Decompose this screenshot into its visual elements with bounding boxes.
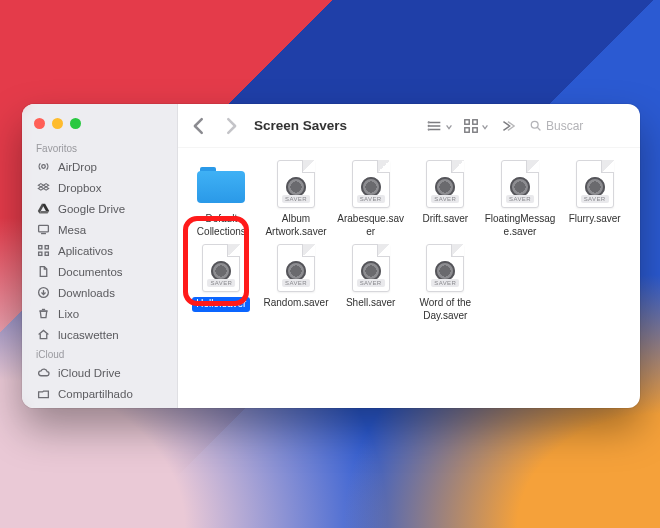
- sidebar-item-label: iCloud Drive: [58, 367, 121, 379]
- folder-icon: [197, 158, 245, 210]
- file-type-tag: SAVER: [431, 195, 459, 203]
- sidebar-item-label: Aplicativos: [58, 245, 113, 257]
- svg-rect-25: [465, 127, 469, 131]
- file-item[interactable]: SAVERFloatingMessage.saver: [483, 158, 557, 238]
- file-type-tag: SAVER: [581, 195, 609, 203]
- search-icon: [529, 119, 542, 132]
- file-type-tag: SAVER: [357, 279, 385, 287]
- file-name-label: Arabesque.saver: [335, 213, 407, 238]
- toolbar-overflow-button[interactable]: [497, 116, 517, 136]
- file-name-label: Album Artwork.saver: [260, 213, 332, 238]
- downloads-icon: [36, 286, 50, 300]
- file-name-label: Flurry.saver: [569, 213, 621, 226]
- file-name-label: FloatingMessage.saver: [484, 213, 556, 238]
- sidebar-item-mesa[interactable]: Mesa: [22, 219, 177, 240]
- svg-point-22: [428, 129, 429, 130]
- desktop-icon: [36, 223, 50, 237]
- sidebar-item-dropbox[interactable]: Dropbox: [22, 177, 177, 198]
- svg-rect-4: [38, 225, 48, 232]
- sidebar-item-airdrop[interactable]: AirDrop: [22, 156, 177, 177]
- window-title: Screen Savers: [254, 118, 347, 133]
- sidebar-item-lucaswetten[interactable]: lucaswetten: [22, 324, 177, 345]
- gdrive-icon: [36, 202, 50, 216]
- file-item[interactable]: SAVERFlurry.saver: [558, 158, 632, 238]
- svg-rect-9: [45, 252, 48, 255]
- nav-forward-button[interactable]: [220, 115, 242, 137]
- trash-icon: [36, 307, 50, 321]
- svg-rect-24: [473, 119, 477, 123]
- icloud-icon: [36, 366, 50, 380]
- sidebar-item-downloads[interactable]: Downloads: [22, 282, 177, 303]
- file-item[interactable]: SAVERAlbum Artwork.saver: [259, 158, 333, 238]
- sidebar-item-label: Google Drive: [58, 203, 125, 215]
- sidebar-item-google-drive[interactable]: Google Drive: [22, 198, 177, 219]
- sidebar-item-aplicativos[interactable]: Aplicativos: [22, 240, 177, 261]
- airdrop-icon: [36, 160, 50, 174]
- file-type-tag: SAVER: [506, 195, 534, 203]
- sidebar-item-compartilhado[interactable]: Compartilhado: [22, 383, 177, 404]
- sidebar: FavoritosAirDropDropboxGoogle DriveMesaA…: [22, 104, 178, 408]
- annotation-highlight: [183, 216, 249, 306]
- file-item[interactable]: SAVERWord of the Day.saver: [408, 242, 482, 322]
- saver-file-icon: SAVER: [272, 242, 320, 294]
- view-grid-button[interactable]: [461, 115, 491, 137]
- file-name-label: Drift.saver: [423, 213, 469, 226]
- sidebar-item-label: Downloads: [58, 287, 115, 299]
- sidebar-item-label: Documentos: [58, 266, 123, 278]
- nav-back-button[interactable]: [188, 115, 210, 137]
- search-input[interactable]: [546, 119, 626, 133]
- chevron-down-icon: [445, 117, 453, 135]
- sidebar-item-label: Compartilhado: [58, 388, 133, 400]
- svg-marker-1: [41, 204, 48, 211]
- sidebar-section-title: Localizações: [22, 404, 177, 408]
- sidebar-item-label: AirDrop: [58, 161, 97, 173]
- saver-file-icon: SAVER: [421, 158, 469, 210]
- sidebar-item-lixo[interactable]: Lixo: [22, 303, 177, 324]
- toolbar: Screen Savers: [178, 104, 640, 148]
- view-list-button[interactable]: [425, 115, 455, 137]
- sidebar-section-title: Favoritos: [22, 139, 177, 156]
- saver-file-icon: SAVER: [347, 158, 395, 210]
- close-window-button[interactable]: [34, 118, 45, 129]
- file-type-tag: SAVER: [431, 279, 459, 287]
- file-item[interactable]: SAVERDrift.saver: [408, 158, 482, 238]
- file-item[interactable]: SAVERShell.saver: [334, 242, 408, 322]
- saver-file-icon: SAVER: [571, 158, 619, 210]
- finder-window: FavoritosAirDropDropboxGoogle DriveMesaA…: [22, 104, 640, 408]
- svg-rect-23: [465, 119, 469, 123]
- file-item[interactable]: SAVERRandom.saver: [259, 242, 333, 322]
- file-name-label: Shell.saver: [346, 297, 395, 310]
- svg-point-21: [428, 125, 429, 126]
- saver-file-icon: SAVER: [496, 158, 544, 210]
- saver-file-icon: SAVER: [421, 242, 469, 294]
- dropbox-icon: [36, 181, 50, 195]
- sidebar-item-documentos[interactable]: Documentos: [22, 261, 177, 282]
- file-name-label: Random.saver: [263, 297, 328, 310]
- sidebar-item-label: Dropbox: [58, 182, 101, 194]
- saver-file-icon: SAVER: [272, 158, 320, 210]
- documents-icon: [36, 265, 50, 279]
- svg-marker-3: [39, 211, 49, 213]
- file-item[interactable]: SAVERArabesque.saver: [334, 158, 408, 238]
- minimize-window-button[interactable]: [52, 118, 63, 129]
- file-name-label: Word of the Day.saver: [409, 297, 481, 322]
- traffic-lights: [22, 112, 177, 139]
- file-type-tag: SAVER: [282, 195, 310, 203]
- svg-rect-7: [45, 246, 48, 249]
- saver-file-icon: SAVER: [347, 242, 395, 294]
- svg-rect-6: [38, 246, 41, 249]
- sidebar-item-label: lucaswetten: [58, 329, 119, 341]
- svg-point-20: [428, 122, 429, 123]
- file-type-tag: SAVER: [282, 279, 310, 287]
- shared-icon: [36, 387, 50, 401]
- maximize-window-button[interactable]: [70, 118, 81, 129]
- sidebar-item-icloud-drive[interactable]: iCloud Drive: [22, 362, 177, 383]
- sidebar-item-label: Lixo: [58, 308, 79, 320]
- file-type-tag: SAVER: [357, 195, 385, 203]
- sidebar-item-label: Mesa: [58, 224, 86, 236]
- search-field[interactable]: [527, 117, 628, 135]
- svg-rect-8: [38, 252, 41, 255]
- svg-rect-26: [473, 127, 477, 131]
- home-icon: [36, 328, 50, 342]
- sidebar-section-title: iCloud: [22, 345, 177, 362]
